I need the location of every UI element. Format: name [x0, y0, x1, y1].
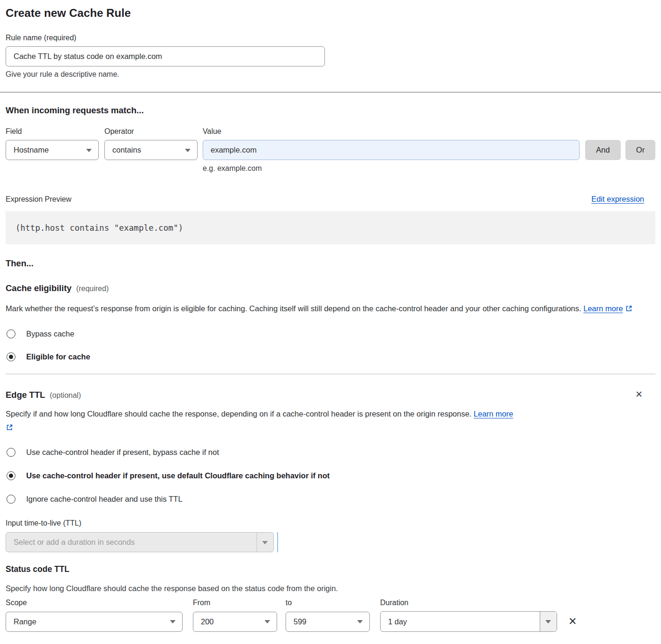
or-button[interactable]: Or — [625, 140, 655, 160]
edge-ttl-heading-row: Edge TTL (optional) — [6, 390, 81, 400]
then-heading: Then... — [6, 258, 655, 269]
duration-select[interactable]: 1 day — [380, 611, 557, 632]
rule-name-label: Rule name (required) — [6, 34, 655, 42]
expression-preview-box: (http.host contains "example.com") — [6, 211, 655, 244]
text-cursor — [277, 532, 278, 552]
radio-label: Ignore cache-control header and use this… — [26, 495, 183, 504]
cache-eligibility-description-text: Mark whether the request’s response from… — [6, 304, 581, 313]
radio-label: Bypass cache — [26, 329, 74, 338]
radio-label: Eligible for cache — [26, 352, 90, 361]
field-select[interactable]: Hostname — [6, 140, 99, 160]
chevron-down-icon — [185, 149, 191, 152]
cache-eligibility-description: Mark whether the request’s response from… — [6, 302, 635, 315]
chevron-down-icon — [545, 620, 551, 623]
match-labels-row: Field Operator Value — [6, 127, 655, 136]
radio-icon[interactable] — [7, 329, 15, 338]
rule-name-input[interactable] — [6, 46, 325, 66]
radio-eligible-for-cache[interactable]: Eligible for cache — [6, 352, 655, 361]
ttl-select-placeholder: Select or add a duration in seconds — [6, 533, 257, 552]
scope-select[interactable]: Range — [6, 612, 183, 632]
operator-select[interactable]: contains — [104, 140, 198, 160]
section-divider — [0, 92, 661, 93]
radio-bypass-cache[interactable]: Bypass cache — [6, 329, 655, 338]
operator-label: Operator — [104, 127, 203, 136]
radio-icon[interactable] — [7, 448, 15, 457]
scope-select-value: Range — [14, 617, 37, 626]
radio-use-header-bypass[interactable]: Use cache-control header if present, byp… — [6, 448, 655, 457]
scope-label: Scope — [6, 599, 193, 607]
edge-ttl-description-text: Specify if and how long Cloudflare shoul… — [6, 410, 471, 418]
radio-checked-icon[interactable] — [7, 352, 15, 361]
chevron-down-icon — [357, 620, 363, 623]
ttl-duration-select[interactable]: Select or add a duration in seconds — [6, 532, 274, 552]
from-label: From — [193, 599, 286, 607]
radio-label: Use cache-control header if present, byp… — [26, 448, 219, 457]
to-select[interactable]: 599 — [286, 612, 370, 632]
rule-name-helper: Give your rule a descriptive name. — [6, 70, 655, 79]
chevron-down-icon — [264, 620, 270, 623]
section-divider — [6, 373, 655, 374]
chevron-down-icon — [262, 541, 268, 544]
remove-row-icon[interactable]: ✕ — [568, 616, 577, 627]
cache-eligibility-heading-row: Cache eligibility (required) — [6, 283, 655, 293]
radio-ignore-header[interactable]: Ignore cache-control header and use this… — [6, 495, 655, 504]
status-labels-row: Scope From to Duration — [6, 599, 655, 607]
external-link-icon — [625, 305, 633, 312]
status-code-ttl-heading: Status code TTL — [6, 564, 655, 574]
from-select-value: 200 — [201, 617, 214, 626]
ttl-input-label: Input time-to-live (TTL) — [6, 519, 655, 527]
expression-header: Expression Preview Edit expression — [6, 195, 655, 204]
external-link-icon — [6, 424, 14, 431]
ttl-select-row: Select or add a duration in seconds — [6, 532, 655, 552]
radio-checked-icon[interactable] — [7, 471, 15, 480]
duration-label: Duration — [380, 599, 408, 607]
status-code-ttl-description: Specify how long Cloudflare should cache… — [6, 584, 655, 593]
edit-expression-link[interactable]: Edit expression — [591, 195, 644, 204]
match-heading: When incoming requests match... — [6, 105, 655, 116]
chevron-down-icon — [170, 620, 176, 623]
expression-code: (http.host contains "example.com") — [15, 223, 183, 233]
duration-select-value: 1 day — [381, 612, 540, 631]
field-label: Field — [6, 127, 104, 136]
value-label: Value — [203, 127, 221, 136]
field-select-value: Hostname — [14, 146, 49, 154]
edge-ttl-description: Specify if and how long Cloudflare shoul… — [6, 407, 523, 434]
to-select-value: 599 — [294, 617, 307, 626]
edge-ttl-header: Edge TTL (optional) ✕ — [6, 390, 655, 400]
from-select[interactable]: 200 — [193, 612, 277, 632]
value-input[interactable] — [203, 140, 580, 160]
optional-tag: (optional) — [50, 391, 81, 400]
radio-icon[interactable] — [7, 495, 15, 504]
expression-preview-label: Expression Preview — [6, 195, 72, 204]
learn-more-link[interactable]: Learn more — [583, 304, 623, 313]
learn-more-link[interactable]: Learn more — [474, 410, 513, 418]
operator-select-value: contains — [112, 146, 141, 154]
status-code-ttl-row: Range 200 599 1 day ✕ — [6, 611, 655, 632]
radio-use-header-default[interactable]: Use cache-control header if present, use… — [6, 471, 655, 480]
required-tag: (required) — [76, 285, 109, 293]
cache-eligibility-heading: Cache eligibility — [6, 283, 72, 293]
match-condition-row: Hostname contains And Or — [6, 140, 655, 160]
close-icon[interactable]: ✕ — [635, 390, 643, 399]
radio-label: Use cache-control header if present, use… — [26, 471, 330, 480]
and-button[interactable]: And — [585, 140, 621, 160]
page-title: Create new Cache Rule — [6, 7, 655, 20]
ttl-select-arrow-button[interactable] — [257, 533, 273, 552]
to-label: to — [286, 599, 380, 607]
duration-select-arrow-button[interactable] — [540, 612, 557, 631]
edge-ttl-heading: Edge TTL — [6, 390, 45, 400]
value-helper: e.g. example.com — [6, 164, 655, 173]
chevron-down-icon — [86, 149, 92, 152]
